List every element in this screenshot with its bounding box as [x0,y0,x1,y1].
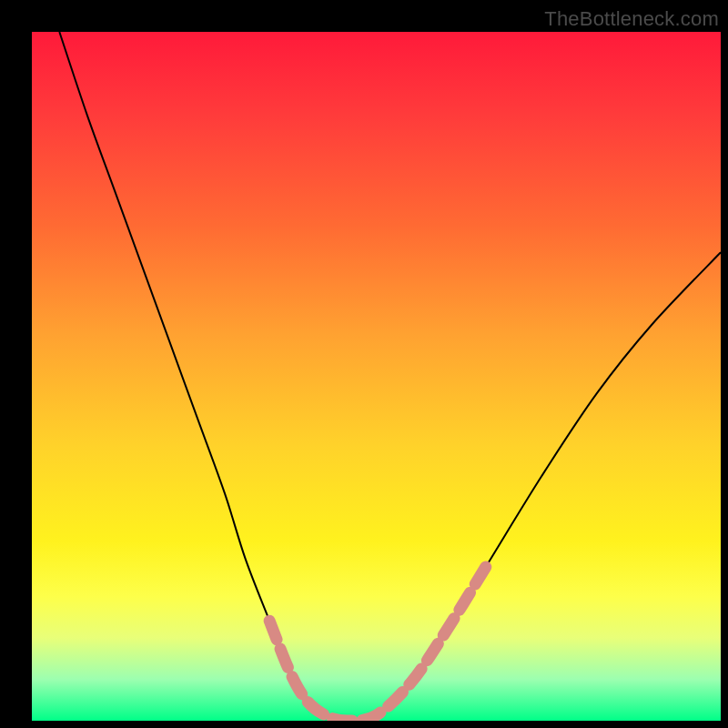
curve-line [59,32,721,721]
curve-highlight [269,566,486,721]
plot-area [32,32,721,721]
bottleneck-curve-svg [32,32,721,721]
watermark-text: TheBottleneck.com [544,7,719,31]
chart-frame: TheBottleneck.com [0,0,728,728]
